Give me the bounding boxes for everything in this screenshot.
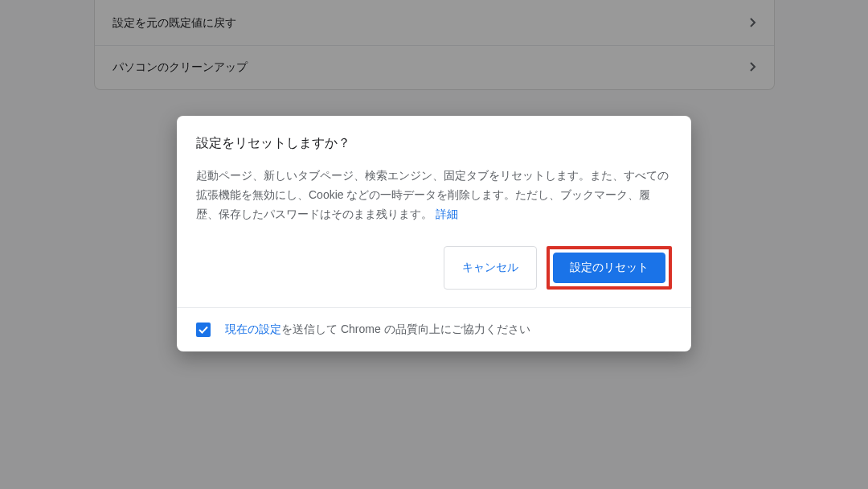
details-link[interactable]: 詳細 xyxy=(436,208,458,220)
checkmark-icon xyxy=(198,324,209,335)
dialog-title: 設定をリセットしますか？ xyxy=(196,135,672,152)
dialog-description: 起動ページ、新しいタブページ、検索エンジン、固定タブをリセットします。また、すべ… xyxy=(196,166,672,224)
send-settings-checkbox[interactable] xyxy=(196,323,211,337)
dialog-body: 設定をリセットしますか？ 起動ページ、新しいタブページ、検索エンジン、固定タブを… xyxy=(177,116,691,307)
footer-text: 現在の設定を送信して Chrome の品質向上にご協力ください xyxy=(225,323,530,337)
dialog-footer: 現在の設定を送信して Chrome の品質向上にご協力ください xyxy=(177,307,691,351)
cancel-button[interactable]: キャンセル xyxy=(444,246,537,290)
reset-settings-dialog: 設定をリセットしますか？ 起動ページ、新しいタブページ、検索エンジン、固定タブを… xyxy=(177,116,691,351)
confirm-highlight: 設定のリセット xyxy=(547,246,672,290)
current-settings-link[interactable]: 現在の設定 xyxy=(225,323,281,335)
dialog-description-text: 起動ページ、新しいタブページ、検索エンジン、固定タブをリセットします。また、すべ… xyxy=(196,169,669,220)
reset-settings-button[interactable]: 設定のリセット xyxy=(553,253,665,283)
dialog-actions: キャンセル 設定のリセット xyxy=(196,246,672,290)
modal-overlay: 設定をリセットしますか？ 起動ページ、新しいタブページ、検索エンジン、固定タブを… xyxy=(0,0,868,489)
footer-rest-text: を送信して Chrome の品質向上にご協力ください xyxy=(281,323,530,335)
